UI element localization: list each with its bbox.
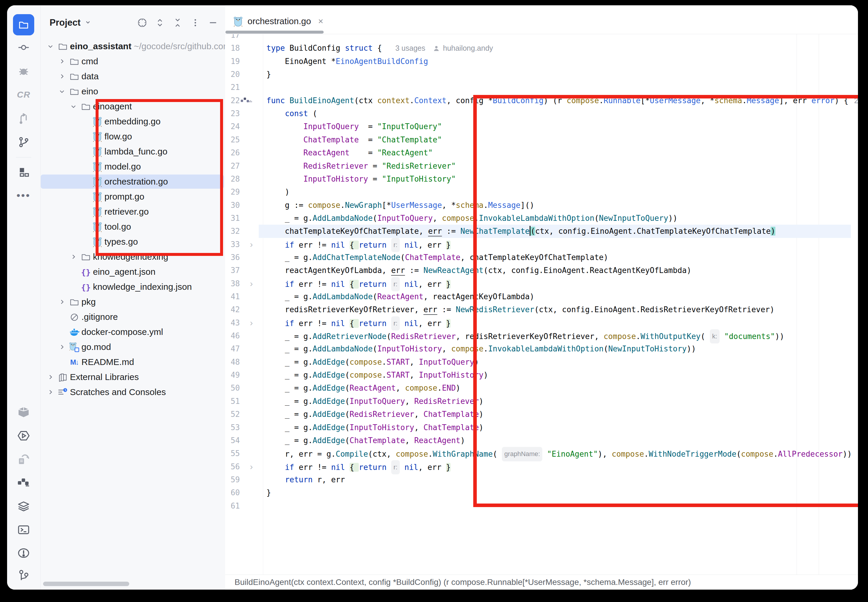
fold-chevron-icon[interactable]: ›: [250, 316, 253, 329]
tree-item-eino-assistant[interactable]: eino_assistant ~/gocode/src/github.com/c…: [41, 39, 225, 54]
tree-item-eino[interactable]: eino: [41, 84, 225, 99]
code-line-48[interactable]: 48 _ = g.AddEdge(compose.START, InputToQ…: [225, 356, 858, 369]
profiler-tool-button[interactable]: [13, 472, 34, 493]
tree-item-embedding-go[interactable]: embedding.go: [41, 114, 225, 129]
code-line-32[interactable]: 32 chatTemplateKeyOfChatTemplate, err :=…: [225, 225, 858, 238]
code-line-50[interactable]: 50 _ = g.AddEdge(ReactAgent, compose.END…: [225, 381, 858, 395]
line-number[interactable]: 22: [225, 94, 240, 107]
line-number[interactable]: 56: [225, 460, 240, 473]
code-line-38[interactable]: 38› if err != nil { return r: nil, err }: [225, 277, 858, 290]
line-number[interactable]: 29: [225, 186, 240, 198]
line-number[interactable]: 20: [225, 68, 240, 81]
branches-tool-button[interactable]: [13, 132, 34, 153]
line-number[interactable]: 59: [225, 473, 240, 486]
code-vision-hint[interactable]: 3 usageshuhailong.andy: [396, 44, 493, 52]
line-number[interactable]: 43: [225, 316, 240, 329]
tab-orchestration-go[interactable]: orchestration.go ×: [228, 12, 328, 31]
code-line-22[interactable]: 22func BuildEinoAgent(ctx context.Contex…: [225, 94, 858, 107]
code-line-18[interactable]: 18type BuildConfig struct { 3 usageshuha…: [225, 41, 858, 55]
code-line-30[interactable]: 30 g := compose.NewGraph[*UserMessage, *…: [225, 199, 858, 212]
tree-item-go-mod[interactable]: go.mod: [41, 339, 225, 354]
line-number[interactable]: 19: [225, 55, 240, 68]
tree-item-flow-go[interactable]: flow.go: [41, 129, 225, 144]
tree-item-retriever-go[interactable]: retriever.go: [41, 204, 225, 219]
line-number[interactable]: 38: [225, 277, 240, 290]
gutter-usages-icon[interactable]: [240, 97, 252, 106]
code-line-29[interactable]: 29 ): [225, 186, 858, 198]
tree-item-scratches-and-consoles[interactable]: Scratches and Consoles: [41, 385, 225, 399]
line-number[interactable]: 47: [225, 342, 240, 355]
code-line-20[interactable]: 20}: [225, 68, 858, 81]
line-number[interactable]: 52: [225, 408, 240, 421]
code-line-19[interactable]: 19 EinoAgent *EinoAgentBuildConfig: [225, 55, 858, 68]
line-number[interactable]: 37: [225, 264, 240, 277]
line-number[interactable]: 55: [225, 447, 240, 460]
line-number[interactable]: 42: [225, 303, 240, 316]
line-number[interactable]: 36: [225, 251, 240, 264]
tree-item-cmd[interactable]: cmd: [41, 54, 225, 69]
line-number[interactable]: 24: [225, 120, 240, 133]
line-number[interactable]: 50: [225, 381, 240, 395]
line-number[interactable]: 32: [225, 225, 240, 238]
code-line-26[interactable]: 26 ReactAgent = "ReactAgent": [225, 146, 858, 159]
code-line-59[interactable]: 59 return r, err: [225, 473, 858, 486]
tree-item-external-libraries[interactable]: External Libraries: [41, 370, 225, 384]
tab-close-icon[interactable]: ×: [318, 16, 323, 26]
line-number[interactable]: 18: [225, 41, 240, 55]
code-line-37[interactable]: 37 reactAgentKeyOfLambda, err := NewReac…: [225, 264, 858, 277]
tree-item-lambda-func-go[interactable]: lambda_func.go: [41, 144, 225, 159]
line-number[interactable]: 28: [225, 172, 240, 186]
debug-tool-button[interactable]: [13, 61, 34, 82]
tree-item-types-go[interactable]: types.go: [41, 234, 225, 249]
tree-item-docker-compose-yml[interactable]: docker-compose.yml: [41, 325, 225, 339]
line-number[interactable]: 26: [225, 146, 240, 159]
tree-item-prompt-go[interactable]: prompt.go: [41, 189, 225, 204]
code-line-23[interactable]: 23 const (: [225, 107, 858, 120]
code-line-31[interactable]: 31 _ = g.AddLambdaNode(InputToQuery, com…: [225, 212, 858, 225]
chevron-down-icon[interactable]: [69, 102, 78, 111]
code-line-17[interactable]: 17: [225, 34, 858, 41]
commit-tool-button[interactable]: [13, 37, 34, 58]
code-line-54[interactable]: 54 _ = g.AddEdge(ChatTemplate, ReactAgen…: [225, 434, 858, 447]
structure-tool-button[interactable]: [13, 161, 34, 183]
line-number[interactable]: 46: [225, 329, 240, 342]
tree-item-knowledge-indexing-json[interactable]: {}knowledge_indexing.json: [41, 280, 225, 294]
chevron-right-icon[interactable]: [46, 373, 55, 381]
fold-chevron-icon[interactable]: ›: [250, 277, 253, 290]
packages-tool-button[interactable]: [13, 402, 34, 423]
line-number[interactable]: 51: [225, 395, 240, 408]
code-line-46[interactable]: 46 _ = g.AddRetrieverNode(RedisRetriever…: [225, 329, 858, 342]
line-number[interactable]: 31: [225, 212, 240, 225]
code-line-24[interactable]: 24 InputToQuery = "InputToQuery": [225, 120, 858, 133]
line-number[interactable]: 61: [225, 499, 240, 512]
tree-item-pkg[interactable]: pkg: [41, 295, 225, 309]
code-line-21[interactable]: 21: [225, 81, 858, 94]
services-tool-button[interactable]: [13, 496, 34, 517]
chevron-down-icon[interactable]: [46, 42, 55, 51]
chevron-right-icon[interactable]: [69, 252, 78, 261]
line-number[interactable]: 30: [225, 199, 240, 212]
code-line-60[interactable]: 60}: [225, 486, 858, 499]
chevron-down-icon[interactable]: [57, 87, 66, 96]
usages-count[interactable]: 3 usages: [396, 44, 425, 52]
code-line-56[interactable]: 56› if err != nil { return r: nil, err }: [225, 460, 858, 473]
tree-item-knowledgeindexing[interactable]: knowledgeindexing: [41, 249, 225, 264]
project-tool-button[interactable]: [13, 14, 34, 35]
git-graph-tool-button[interactable]: [13, 565, 34, 586]
tree-item-einoagent[interactable]: einoagent: [41, 99, 225, 114]
line-number[interactable]: 23: [225, 107, 240, 120]
code-line-27[interactable]: 27 RedisRetriever = "RedisRetriever": [225, 160, 858, 172]
tree-item-eino-agent-json[interactable]: {}eino_agent.json: [41, 264, 225, 279]
code-line-49[interactable]: 49 _ = g.AddEdge(compose.START, InputToH…: [225, 369, 858, 381]
line-number[interactable]: 53: [225, 421, 240, 434]
code-line-43[interactable]: 43› if err != nil { return r: nil, err }: [225, 316, 858, 329]
code-line-51[interactable]: 51 _ = g.AddEdge(InputToQuery, RedisRetr…: [225, 395, 858, 408]
run-tool-button[interactable]: [13, 425, 34, 446]
line-number[interactable]: 27: [225, 160, 240, 172]
line-number[interactable]: 49: [225, 369, 240, 381]
tree-item-data[interactable]: data: [41, 69, 225, 84]
tree-item-orchestration-go[interactable]: orchestration.go: [41, 174, 225, 189]
line-number[interactable]: 41: [225, 290, 240, 303]
code-line-42[interactable]: 42 redisRetrieverKeyOfRetriever, err := …: [225, 303, 858, 316]
code-line-36[interactable]: 36 _ = g.AddChatTemplateNode(ChatTemplat…: [225, 251, 858, 264]
